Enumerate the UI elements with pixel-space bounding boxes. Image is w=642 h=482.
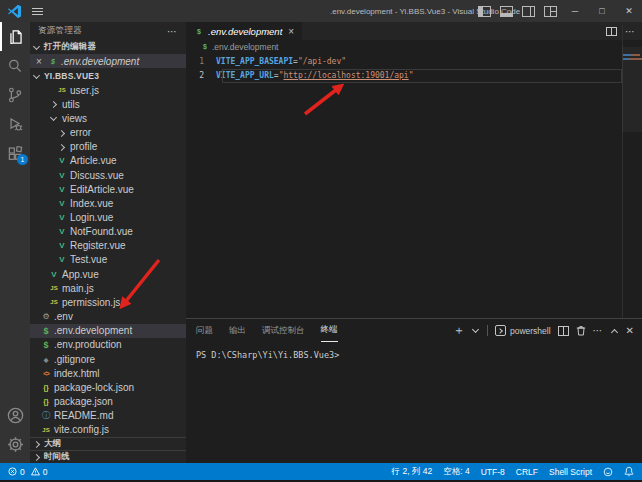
panel-tab[interactable]: 终端 — [321, 319, 338, 342]
cursor-position[interactable]: 行 2, 列 42 — [392, 466, 433, 478]
tree-item[interactable]: V Login.vue — [30, 210, 186, 224]
panel-more-icon[interactable]: ⋯ — [593, 325, 604, 336]
menu-hamburger-icon[interactable] — [26, 0, 48, 22]
tree-item[interactable]: JS main.js — [30, 281, 186, 295]
files-icon — [7, 28, 25, 46]
folder-chevron-icon — [57, 142, 67, 152]
eol-status[interactable]: CRLF — [516, 467, 538, 477]
sidebar-item-extensions[interactable]: 1 — [0, 138, 30, 167]
tree-item[interactable]: V Register.vue — [30, 239, 186, 253]
extensions-badge: 1 — [17, 154, 28, 165]
tree-item[interactable]: error — [30, 125, 186, 139]
minimize-button[interactable]: ─ — [562, 0, 588, 22]
editor-group: $ .env.development × ⋯ $ .env.developmen… — [186, 22, 642, 463]
explorer-sidebar: 资源管理器 ⋯ 打开的编辑器 × $ .env.development YI.B… — [30, 22, 186, 463]
tab-env-development[interactable]: $ .env.development × — [186, 22, 302, 40]
language-mode[interactable]: Shell Script — [549, 467, 592, 477]
tree-item[interactable]: ◆ .gitignore — [30, 352, 186, 366]
new-terminal-icon[interactable]: ＋ — [453, 322, 465, 339]
file-type-icon: V — [57, 241, 67, 250]
sidebar-item-run-debug[interactable] — [0, 109, 30, 138]
vscode-logo-icon — [7, 4, 22, 19]
open-editors-section[interactable]: 打开的编辑器 — [30, 40, 186, 54]
tree-item[interactable]: V Discuss.vue — [30, 168, 186, 182]
project-section-header[interactable]: YI.BBS.VUE3 — [30, 68, 186, 83]
error-icon — [8, 467, 17, 476]
file-type-icon: V — [57, 156, 67, 165]
tree-item[interactable]: V NotFound.vue — [30, 225, 186, 239]
close-icon[interactable]: × — [36, 56, 48, 67]
minimap[interactable] — [622, 53, 642, 318]
close-panel-icon[interactable]: ✕ — [626, 325, 634, 336]
tree-item[interactable]: V Index.vue — [30, 196, 186, 210]
tree-item[interactable]: views — [30, 111, 186, 125]
timeline-section[interactable]: 时间线 — [30, 450, 186, 463]
panel-tab[interactable]: 调试控制台 — [262, 319, 305, 342]
open-editor-item[interactable]: × $ .env.development — [30, 54, 186, 68]
tab-close-icon[interactable]: × — [288, 26, 294, 37]
tree-item[interactable]: V EditArticle.vue — [30, 182, 186, 196]
toggle-secondary-sidebar-icon[interactable] — [522, 6, 535, 17]
editor-more-actions-icon[interactable]: ⋯ — [625, 26, 636, 37]
tree-item[interactable]: JS vite.config.js — [30, 423, 186, 437]
tree-item[interactable]: ⓘ README.md — [30, 409, 186, 423]
tree-item[interactable]: JS permission.js — [30, 295, 186, 309]
tree-item[interactable]: utils — [30, 97, 186, 111]
terminal-dropdown-icon[interactable] — [472, 327, 480, 335]
tree-item[interactable]: JS user.js — [30, 83, 186, 97]
terminal-prompt: PS D:\CSharp\Yi\Yi.BBS.Vue3> — [196, 350, 339, 360]
chevron-right-icon — [32, 452, 42, 462]
account-button[interactable] — [0, 401, 30, 430]
close-button[interactable]: ✕ — [616, 0, 642, 22]
breadcrumb[interactable]: $ .env.development — [186, 40, 642, 53]
explorer-more-icon[interactable]: ⋯ — [167, 26, 178, 37]
sidebar-item-source-control[interactable] — [0, 80, 30, 109]
file-type-icon: V — [57, 199, 67, 208]
url-link[interactable]: http://localhost:19001/api — [283, 69, 408, 83]
tree-item[interactable]: ⚙ .env — [30, 310, 186, 324]
code-editor[interactable]: 1 VITE_APP_BASEAPI="/api-dev" 2 VITE_APP… — [186, 53, 642, 318]
sidebar-item-explorer[interactable] — [0, 22, 30, 51]
outline-section[interactable]: 大纲 — [30, 437, 186, 450]
panel-tab[interactable]: 问题 — [196, 319, 213, 342]
tree-item[interactable]: {} package-lock.json — [30, 380, 186, 394]
tree-item[interactable]: V App.vue — [30, 267, 186, 281]
tree-item[interactable]: <> index.html — [30, 366, 186, 380]
tree-item[interactable]: $ .env.development — [30, 324, 186, 338]
toggle-panel-icon[interactable] — [500, 6, 513, 17]
file-type-icon: {} — [41, 384, 51, 391]
tab-bar: $ .env.development × ⋯ — [186, 22, 642, 40]
kill-terminal-icon[interactable] — [576, 325, 586, 336]
split-editor-icon[interactable] — [606, 27, 617, 36]
customize-layout-icon[interactable] — [544, 6, 557, 17]
file-type-icon: <> — [41, 370, 51, 377]
chevron-down-icon — [32, 42, 42, 52]
tree-item[interactable]: $ .env.production — [30, 338, 186, 352]
tree-item[interactable]: {} package.json — [30, 394, 186, 408]
tree-item[interactable]: V Article.vue — [30, 154, 186, 168]
maximize-button[interactable]: □ — [589, 0, 615, 22]
file-type-icon: JS — [41, 427, 51, 433]
sidebar-item-search[interactable] — [0, 51, 30, 80]
account-icon — [6, 406, 25, 425]
gear-icon — [6, 435, 25, 454]
indentation-status[interactable]: 空格: 4 — [443, 466, 469, 478]
panel-toolbar: ＋ powershell ⋯ ✕ — [453, 319, 634, 342]
file-type-icon: {} — [41, 398, 51, 405]
toggle-sidebar-icon[interactable] — [478, 6, 491, 17]
terminal-output[interactable]: PS D:\CSharp\Yi\Yi.BBS.Vue3> — [186, 342, 642, 463]
settings-button[interactable] — [0, 430, 30, 459]
encoding-status[interactable]: UTF-8 — [481, 467, 505, 477]
code-line-1: 1 VITE_APP_BASEAPI="/api-dev" — [186, 55, 622, 69]
maximize-panel-icon[interactable] — [611, 327, 619, 335]
tree-item[interactable]: profile — [30, 140, 186, 154]
terminal-icon — [495, 325, 506, 336]
feedback-button[interactable] — [603, 467, 613, 477]
panel-tab[interactable]: 输出 — [229, 319, 246, 342]
terminal-profile-item[interactable]: powershell — [495, 325, 551, 336]
split-terminal-icon[interactable] — [558, 326, 569, 336]
line-number: 2 — [186, 69, 216, 83]
tree-item[interactable]: V Test.vue — [30, 253, 186, 267]
problems-status[interactable]: 0 0 — [8, 467, 47, 477]
notifications-button[interactable] — [624, 466, 634, 477]
